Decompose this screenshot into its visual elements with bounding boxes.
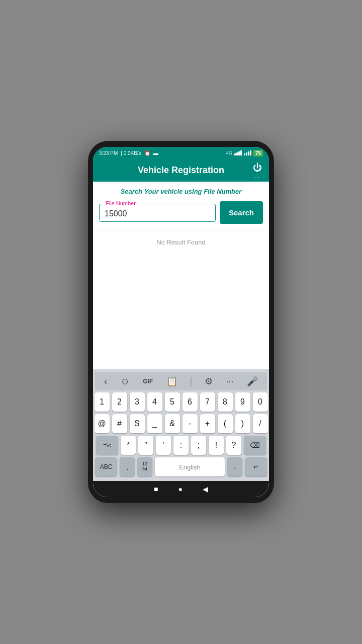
status-left: 3:23 PM | 0.0KB/s ⏰ ▬ xyxy=(99,150,158,156)
key-hash[interactable]: # xyxy=(112,414,127,433)
data-speed: | 0.0KB/s xyxy=(121,150,141,156)
key-9[interactable]: 9 xyxy=(235,392,250,412)
key-colon[interactable]: : xyxy=(173,436,189,455)
key-8[interactable]: 8 xyxy=(218,392,233,412)
key-2[interactable]: 2 xyxy=(112,392,127,412)
key-dollar[interactable]: $ xyxy=(130,414,145,433)
signal-lte: 4G xyxy=(226,150,232,155)
key-period[interactable]: . xyxy=(227,457,242,476)
key-comma[interactable]: , xyxy=(120,457,135,476)
key-squote[interactable]: ' xyxy=(156,436,171,455)
key-plus[interactable]: + xyxy=(200,414,215,433)
keyboard-settings-icon[interactable]: ⚙ xyxy=(202,375,216,388)
search-row: File Number Search xyxy=(93,199,269,230)
key-1[interactable]: 1 xyxy=(95,392,110,412)
power-dots: ... xyxy=(255,174,260,179)
sim-icon: ▬ xyxy=(153,150,158,156)
app-title: Vehicle Registration xyxy=(138,165,224,176)
key-0[interactable]: 0 xyxy=(253,392,268,412)
key-4[interactable]: 4 xyxy=(147,392,162,412)
keyboard-number-row: 1 2 3 4 5 6 7 8 9 0 xyxy=(95,392,267,412)
keyboard-gif-icon[interactable]: GIF xyxy=(140,377,156,386)
battery-indicator: 75 xyxy=(253,150,263,156)
keyboard-bottom-row: ABC , 1234 English . ↵ xyxy=(95,457,267,476)
key-minus[interactable]: - xyxy=(183,414,198,433)
app-header: Vehicle Registration ⏻ ... xyxy=(93,159,269,182)
key-backspace[interactable]: ⌫ xyxy=(244,436,266,455)
app-content: Search Your vehicle using File Number Fi… xyxy=(93,182,269,369)
key-equals[interactable]: =\< xyxy=(96,436,118,455)
signal-bars-2 xyxy=(244,150,251,155)
keyboard-symbol-row: @ # $ _ & - + ( ) / xyxy=(95,414,267,433)
key-dquote[interactable]: " xyxy=(138,436,153,455)
keyboard-back-icon[interactable]: ‹ xyxy=(101,375,110,388)
key-7[interactable]: 7 xyxy=(200,392,215,412)
key-exclaim[interactable]: ! xyxy=(209,436,224,455)
key-asterisk[interactable]: * xyxy=(121,436,136,455)
key-numbers[interactable]: 1234 xyxy=(137,457,152,476)
keyboard-clipboard-icon[interactable]: 📋 xyxy=(163,375,180,388)
status-bar: 3:23 PM | 0.0KB/s ⏰ ▬ 4G xyxy=(93,147,269,159)
key-underscore[interactable]: _ xyxy=(147,414,162,433)
result-area xyxy=(93,254,269,369)
keyboard: ‹ ☺ GIF 📋 | ⚙ ··· 🎤 1 2 3 4 5 6 7 8 9 0 xyxy=(93,369,269,481)
key-at[interactable]: @ xyxy=(95,414,110,433)
key-enter[interactable]: ↵ xyxy=(245,457,267,476)
file-number-input[interactable] xyxy=(105,209,210,218)
power-icon: ⏻ xyxy=(253,163,262,173)
nav-back-button[interactable]: ◀ xyxy=(203,485,208,493)
key-open-paren[interactable]: ( xyxy=(218,414,233,433)
key-5[interactable]: 5 xyxy=(165,392,180,412)
key-3[interactable]: 3 xyxy=(130,392,145,412)
status-right: 4G 75 xyxy=(226,150,263,156)
key-close-paren[interactable]: ) xyxy=(235,414,250,433)
search-instruction: Search Your vehicle using File Number xyxy=(93,182,269,199)
key-slash[interactable]: / xyxy=(253,414,268,433)
signal-bars xyxy=(234,150,242,155)
keyboard-mic-icon[interactable]: 🎤 xyxy=(244,375,261,388)
keyboard-toolbar: ‹ ☺ GIF 📋 | ⚙ ··· 🎤 xyxy=(95,372,267,390)
keyboard-emoji-icon[interactable]: ☺ xyxy=(117,375,132,388)
key-6[interactable]: 6 xyxy=(183,392,198,412)
keyboard-more-icon[interactable]: ··· xyxy=(223,375,237,388)
keyboard-misc-row: =\< * " ' : ; ! ? ⌫ xyxy=(95,436,267,455)
key-ampersand[interactable]: & xyxy=(165,414,180,433)
file-number-field: File Number xyxy=(99,204,216,222)
nav-home-button[interactable]: ● xyxy=(178,485,183,493)
key-question[interactable]: ? xyxy=(226,436,241,455)
power-button[interactable]: ⏻ ... xyxy=(253,163,262,179)
alarm-icon: ⏰ xyxy=(144,150,150,156)
file-number-label: File Number xyxy=(104,200,138,206)
nav-stop-button[interactable]: ■ xyxy=(154,485,158,493)
no-result-text: No Result Found xyxy=(93,230,269,254)
key-abc[interactable]: ABC xyxy=(95,457,117,476)
search-button[interactable]: Search xyxy=(220,201,263,224)
key-semicolon[interactable]: ; xyxy=(191,436,206,455)
toolbar-separator: | xyxy=(190,376,192,387)
time-label: 3:23 PM xyxy=(99,150,118,156)
nav-bar: ■ ● ◀ xyxy=(93,481,269,497)
key-language[interactable]: English xyxy=(155,457,225,476)
